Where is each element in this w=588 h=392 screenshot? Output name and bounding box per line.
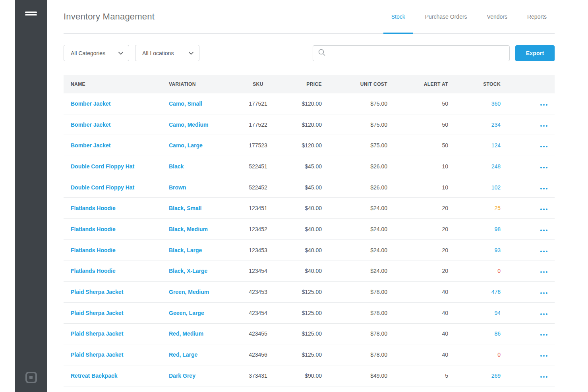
tab-purchase-orders[interactable]: Purchase Orders [417,0,475,34]
item-price: $125.00 [278,310,330,316]
row-actions-ellipsis-icon[interactable] [540,313,547,315]
table-row: Flatlands Hoodie Black, Medium 123452 $4… [64,219,555,240]
export-button[interactable]: Export [515,45,555,61]
item-stock-link[interactable]: 360 [491,100,501,107]
item-name-link[interactable]: Plaid Sherpa Jacket [71,351,123,358]
row-actions-ellipsis-icon[interactable] [540,355,547,357]
item-stock-link[interactable]: 93 [494,247,501,253]
item-name-link[interactable]: Bomber Jacket [71,122,110,128]
item-alert-at: 40 [395,289,456,295]
category-filter-value: All Categories [71,50,105,56]
item-name-link[interactable]: Flatlands Hoodie [71,226,116,232]
item-variation-link[interactable]: Red, Large [169,351,197,358]
row-actions-ellipsis-icon[interactable] [540,251,547,252]
item-sku: 522452 [232,184,278,191]
item-sku: 123453 [232,247,278,253]
item-alert-at: 50 [395,100,456,107]
main-content: Inventory Management Stock Purchase Orde… [47,0,588,392]
item-variation-link[interactable]: Black, Medium [169,226,208,232]
tab-bar: Stock Purchase Orders Vendors Reports [383,0,555,34]
item-name-link[interactable]: Flatlands Hoodie [71,205,116,211]
item-name-link[interactable]: Flatlands Hoodie [71,268,116,274]
row-actions-ellipsis-icon[interactable] [540,209,547,210]
item-alert-at: 40 [395,351,456,358]
column-header-unit-cost: UNIT COST [330,81,395,87]
item-variation-link[interactable]: Geeen, Large [169,310,204,316]
item-name-link[interactable]: Double Cord Floppy Hat [71,184,134,191]
chevron-down-icon [118,52,123,55]
item-variation-link[interactable]: Black, Small [169,205,202,211]
row-actions-ellipsis-icon[interactable] [540,104,547,106]
row-actions-ellipsis-icon[interactable] [540,167,547,168]
item-variation-link[interactable]: Brown [169,184,186,191]
item-name-link[interactable]: Double Cord Floppy Hat [71,163,134,170]
item-variation-link[interactable]: Red, Medium [169,330,203,337]
item-variation-link[interactable]: Camo, Small [169,100,202,107]
row-actions-ellipsis-icon[interactable] [540,376,547,378]
item-name-link[interactable]: Bomber Jacket [71,100,110,107]
item-name-link[interactable]: Plaid Sherpa Jacket [71,289,123,295]
item-stock-link[interactable]: 248 [491,163,501,170]
row-actions-ellipsis-icon[interactable] [540,125,547,127]
row-actions-ellipsis-icon[interactable] [540,146,547,147]
item-name-link[interactable]: Flatlands Hoodie [71,247,116,253]
item-variation-link[interactable]: Black, Large [169,247,202,253]
table-row: Flatlands Hoodie Black, Small 123451 $40… [64,198,555,219]
item-name-link[interactable]: Plaid Sherpa Jacket [71,330,123,337]
category-filter-dropdown[interactable]: All Categories [64,45,129,61]
item-variation-link[interactable]: Camo, Medium [169,122,209,128]
item-stock-link[interactable]: 124 [491,142,501,149]
item-stock-link[interactable]: 0 [497,351,501,358]
item-price: $90.00 [278,373,330,379]
item-variation-link[interactable]: Camo, Large [169,142,203,149]
table-row: Flatlands Hoodie Black, X-Large 123454 $… [64,261,555,282]
table-row: Plaid Sherpa Jacket Red, Medium 423455 $… [64,324,555,345]
item-alert-at: 40 [395,330,456,337]
item-stock-link[interactable]: 234 [491,122,501,128]
item-sku: 373431 [232,373,278,379]
item-variation-link[interactable]: Black [169,163,184,170]
chevron-down-icon [189,52,193,55]
item-stock-link[interactable]: 102 [491,184,501,191]
item-sku: 177521 [232,100,278,107]
column-header-stock: STOCK [456,81,509,87]
item-price: $40.00 [278,268,330,274]
item-variation-link[interactable]: Green, Medium [169,289,209,295]
item-unit-cost: $78.00 [330,351,395,358]
column-header-variation: VARIATION [166,81,232,87]
item-stock-link[interactable]: 0 [497,268,501,274]
item-name-link[interactable]: Plaid Sherpa Jacket [71,310,123,316]
tab-reports[interactable]: Reports [519,0,555,34]
item-variation-link[interactable]: Black, X-Large [169,268,207,274]
row-actions-ellipsis-icon[interactable] [540,292,547,294]
item-unit-cost: $26.00 [330,163,395,170]
tab-vendors[interactable]: Vendors [479,0,515,34]
item-name-link[interactable]: Retreat Backpack [71,373,118,379]
item-stock-link[interactable]: 25 [494,205,501,211]
row-actions-ellipsis-icon[interactable] [540,271,547,273]
hamburger-menu-icon[interactable] [25,12,37,17]
item-sku: 123454 [232,268,278,274]
item-stock-link[interactable]: 269 [491,373,501,379]
tab-stock[interactable]: Stock [383,0,413,34]
item-stock-link[interactable]: 94 [494,310,501,316]
row-actions-ellipsis-icon[interactable] [540,188,547,189]
row-actions-ellipsis-icon[interactable] [540,230,547,231]
item-sku: 423456 [232,351,278,358]
item-stock-link[interactable]: 476 [491,289,501,295]
square-logo-icon[interactable] [25,372,37,383]
search-input[interactable] [329,46,505,61]
page-title: Inventory Management [64,12,155,22]
item-variation-link[interactable]: Dark Grey [169,373,195,379]
item-alert-at: 50 [395,122,456,128]
location-filter-dropdown[interactable]: All Locations [135,45,199,61]
table-row: Retreat Backpack Dark Grey 373431 $90.00… [64,365,555,386]
item-sku: 123451 [232,205,278,211]
item-unit-cost: $26.00 [330,184,395,191]
item-name-link[interactable]: Bomber Jacket [71,142,110,149]
item-stock-link[interactable]: 98 [494,226,501,232]
item-stock-link[interactable]: 86 [494,330,501,337]
row-actions-ellipsis-icon[interactable] [540,334,547,336]
item-price: $40.00 [278,247,330,253]
item-unit-cost: $75.00 [330,142,395,149]
